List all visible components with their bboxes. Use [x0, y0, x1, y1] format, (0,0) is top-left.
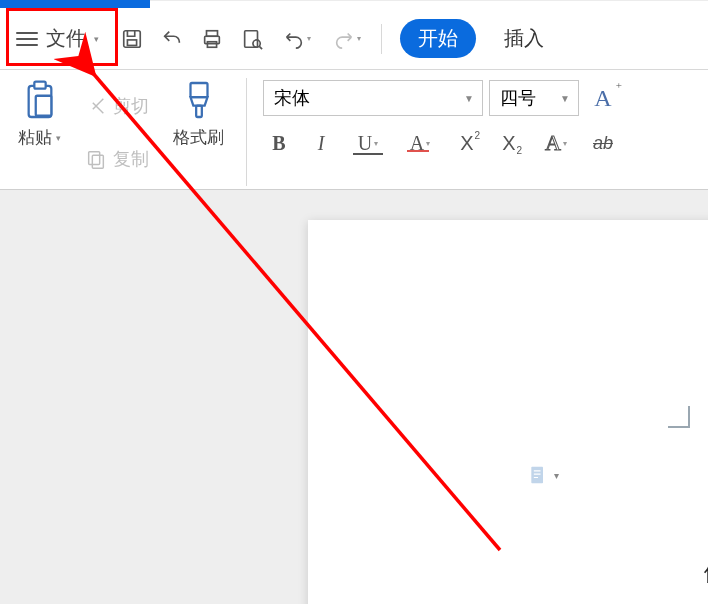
document-icon — [528, 464, 548, 486]
file-menu[interactable]: 文件 ▾ — [6, 18, 109, 60]
text-effects-button[interactable]: A▾ — [535, 128, 577, 158]
print-preview-icon — [241, 28, 263, 50]
copy-button[interactable]: 复制 — [85, 147, 149, 171]
divider — [381, 24, 382, 54]
undo-icon — [283, 28, 305, 50]
svg-rect-2 — [207, 30, 218, 36]
svg-rect-1 — [127, 39, 136, 44]
chevron-down-icon: ▾ — [94, 34, 99, 44]
undo-button[interactable]: ▾ — [275, 22, 319, 56]
cut-label: 剪切 — [113, 94, 149, 118]
underline-button[interactable]: U▾ — [347, 128, 389, 158]
document-text: 候 常 — [704, 558, 708, 604]
svg-rect-13 — [92, 155, 103, 168]
print-preview-button[interactable] — [235, 22, 269, 56]
svg-rect-8 — [34, 82, 45, 89]
tab-insert[interactable]: 插入 — [490, 19, 558, 58]
save-button[interactable] — [115, 22, 149, 56]
print-icon — [201, 28, 223, 50]
paste-button[interactable]: 粘贴 ▾ — [12, 76, 67, 153]
chevron-down-icon: ▾ — [56, 133, 61, 143]
chevron-down-icon: ▾ — [426, 139, 430, 148]
svg-rect-5 — [245, 30, 258, 47]
chevron-down-icon: ▼ — [560, 93, 570, 104]
superscript-button[interactable]: X2 — [451, 128, 483, 158]
tab-start[interactable]: 开始 — [400, 19, 476, 58]
print-button[interactable] — [195, 22, 229, 56]
redo-button[interactable]: ▾ — [325, 22, 369, 56]
chevron-down-icon: ▾ — [307, 34, 311, 43]
divider — [246, 78, 247, 186]
scissors-icon — [85, 95, 107, 117]
copy-label: 复制 — [113, 147, 149, 171]
section-options-button[interactable]: ▾ — [528, 464, 559, 486]
font-name-select[interactable]: 宋体 ▼ — [263, 80, 483, 116]
change-case-button[interactable]: ab — [587, 128, 619, 158]
font-size-select[interactable]: 四号 ▼ — [489, 80, 579, 116]
format-painter-label: 格式刷 — [173, 126, 224, 149]
svg-rect-9 — [35, 96, 51, 116]
chevron-down-icon: ▾ — [374, 139, 378, 148]
svg-rect-4 — [207, 41, 216, 47]
save-icon — [121, 28, 143, 50]
chevron-down-icon: ▾ — [563, 139, 567, 148]
tab-start-label: 开始 — [418, 27, 458, 49]
file-menu-label: 文件 — [46, 25, 86, 52]
document-canvas[interactable]: ▾ 候 常 — [0, 190, 708, 604]
undo-typing-button[interactable] — [155, 22, 189, 56]
undo-typing-icon — [161, 28, 183, 50]
svg-rect-15 — [196, 106, 202, 117]
paintbrush-icon — [179, 80, 219, 120]
font-size-value: 四号 — [500, 86, 536, 110]
copy-icon — [85, 148, 107, 170]
svg-point-11 — [88, 109, 94, 115]
svg-rect-14 — [190, 83, 207, 97]
svg-point-6 — [253, 39, 260, 46]
italic-button[interactable]: I — [305, 128, 337, 158]
grow-font-button[interactable]: A — [585, 80, 621, 116]
subscript-button[interactable]: X2 — [493, 128, 525, 158]
clipboard-icon — [20, 80, 60, 120]
chevron-down-icon: ▼ — [464, 93, 474, 104]
bold-button[interactable]: B — [263, 128, 295, 158]
format-painter-button[interactable]: 格式刷 — [167, 76, 230, 153]
hamburger-icon — [16, 32, 38, 46]
paste-label: 粘贴 — [18, 126, 52, 149]
margin-corner-mark — [668, 406, 690, 428]
chevron-down-icon: ▾ — [357, 34, 361, 43]
svg-rect-16 — [531, 467, 543, 484]
svg-rect-12 — [89, 151, 100, 164]
chevron-down-icon: ▾ — [554, 470, 559, 481]
redo-icon — [333, 28, 355, 50]
strikethrough-button[interactable]: A▾ — [399, 128, 441, 158]
document-page[interactable]: ▾ 候 常 — [308, 220, 708, 604]
tab-insert-label: 插入 — [504, 27, 544, 49]
cut-button[interactable]: 剪切 — [85, 94, 149, 118]
font-name-value: 宋体 — [274, 86, 310, 110]
svg-point-10 — [88, 98, 94, 104]
